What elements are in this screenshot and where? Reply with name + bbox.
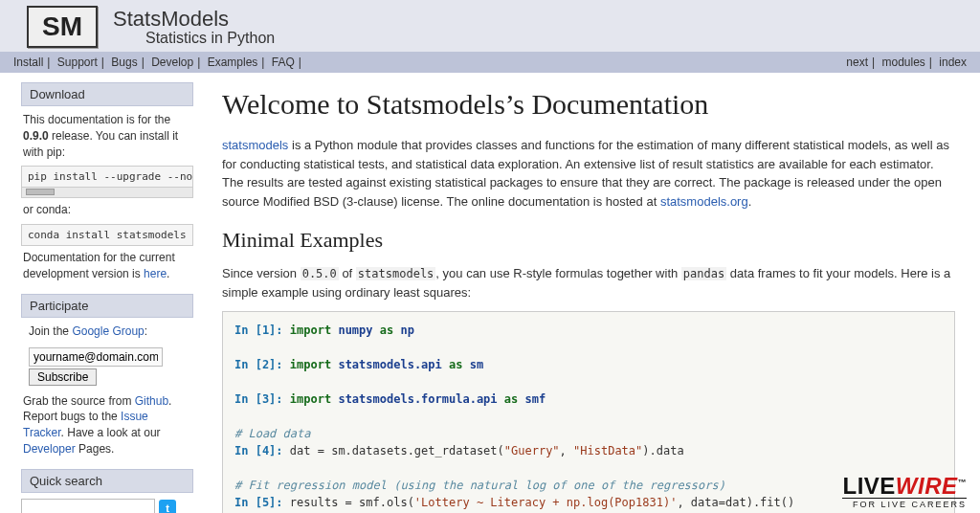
brand-tagline: Statistics in Python	[145, 30, 275, 47]
subscribe-button[interactable]: Subscribe	[29, 368, 97, 386]
github-link[interactable]: Github	[135, 394, 168, 408]
intro-paragraph: statsmodels is a Python module that prov…	[222, 136, 955, 211]
nav-left: Install| Support| Bugs| Develop| Example…	[13, 56, 305, 69]
top-nav: Install| Support| Bugs| Develop| Example…	[0, 52, 980, 73]
nav-modules[interactable]: modules	[881, 56, 924, 69]
download-heading: Download	[21, 82, 193, 106]
main-content: Welcome to Statsmodels’s Documentation s…	[222, 82, 965, 513]
google-group-link[interactable]: Google Group	[72, 324, 144, 338]
conda-command[interactable]: conda install statsmodels	[21, 224, 193, 246]
search-input[interactable]	[21, 499, 155, 513]
statsmodels-link[interactable]: statsmodels	[222, 138, 288, 152]
nav-bugs[interactable]: Bugs	[111, 56, 137, 69]
nav-install[interactable]: Install	[13, 56, 43, 69]
nav-faq[interactable]: FAQ	[272, 56, 295, 69]
developer-link[interactable]: Developer	[23, 442, 76, 456]
statsmodels-org-link[interactable]: statsmodels.org	[660, 194, 748, 209]
nav-develop[interactable]: Develop	[151, 56, 193, 69]
site-header: SM StatsModels Statistics in Python	[0, 0, 980, 52]
participate-blurb: Grab the source from Github. Report bugs…	[23, 393, 191, 457]
logo-mark: SM	[27, 6, 98, 48]
statsmodels-code: statsmodels	[356, 267, 435, 280]
nav-index[interactable]: index	[939, 56, 967, 69]
email-field[interactable]	[29, 347, 163, 367]
nav-right: next| modules| index	[846, 56, 967, 69]
pandas-code: pandas	[681, 267, 726, 280]
minimal-examples-heading: Minimal Examples	[222, 228, 955, 253]
page-title: Welcome to Statsmodels’s Documentation	[222, 88, 955, 121]
examples-intro: Since version 0.5.0 of statsmodels, you …	[222, 264, 955, 301]
dev-docs-text: Documentation for the current developmen…	[23, 250, 191, 282]
nav-support[interactable]: Support	[57, 56, 98, 69]
nav-next[interactable]: next	[846, 56, 868, 69]
or-conda-text: or conda:	[23, 202, 191, 218]
pip-command[interactable]: pip install --upgrade --no-deps	[21, 166, 193, 188]
join-text: Join the Google Group:	[29, 323, 191, 340]
version-code: 0.5.0	[301, 267, 339, 280]
search-heading: Quick search	[21, 469, 193, 493]
pip-scrollbar[interactable]	[21, 188, 193, 198]
download-intro: This documentation is for the 0.9.0 rele…	[23, 112, 191, 160]
logo-text: StatsModels Statistics in Python	[113, 7, 275, 47]
livewire-watermark: LIVEWIRE™ FOR LIVE CAREERS	[842, 475, 967, 509]
nav-examples[interactable]: Examples	[208, 56, 258, 69]
twitter-icon[interactable]: t	[159, 500, 176, 513]
dev-docs-link[interactable]: here	[144, 267, 167, 280]
sidebar: Download This documentation is for the 0…	[21, 82, 193, 513]
brand-name: StatsModels	[113, 7, 275, 32]
participate-heading: Participate	[21, 294, 193, 318]
